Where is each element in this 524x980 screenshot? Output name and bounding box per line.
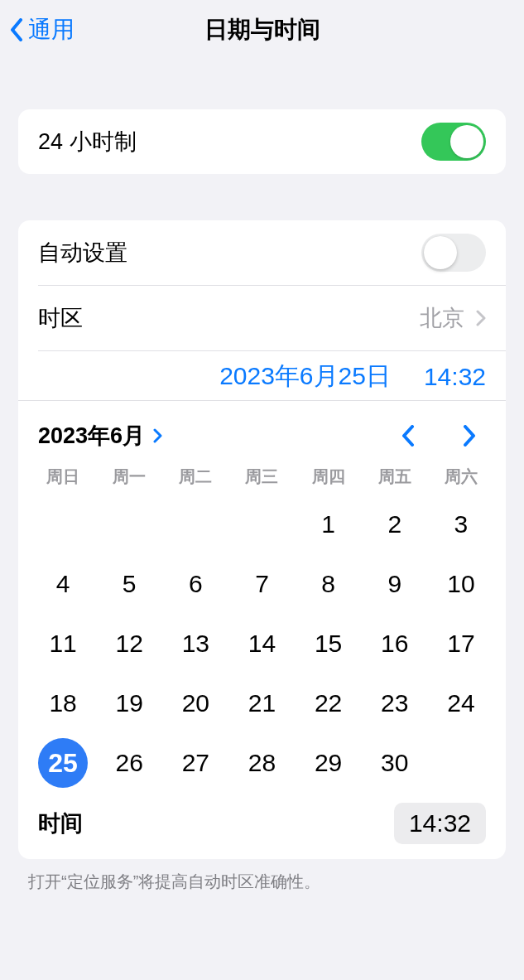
calendar-day[interactable]: 5: [96, 554, 162, 614]
calendar-day[interactable]: 9: [362, 554, 428, 614]
date-picker-button[interactable]: 2023年6月25日: [219, 360, 391, 393]
back-button[interactable]: 通用: [10, 14, 75, 46]
row-auto-set: 自动设置: [18, 220, 506, 285]
calendar-day[interactable]: 14: [228, 614, 295, 673]
chevron-left-icon: [10, 18, 23, 41]
calendar-day[interactable]: 27: [162, 733, 228, 793]
prev-month-button[interactable]: [398, 423, 418, 448]
weekday-header: 周三: [228, 466, 295, 488]
next-month-button[interactable]: [459, 423, 479, 448]
row-timezone-value: 北京: [420, 303, 464, 333]
calendar-day[interactable]: 1: [296, 495, 362, 554]
calendar-day[interactable]: 30: [362, 733, 428, 793]
time-value-button[interactable]: 14:32: [394, 803, 486, 844]
calendar-day[interactable]: 25: [30, 733, 96, 793]
calendar-day[interactable]: 16: [362, 614, 428, 673]
calendar-day[interactable]: 11: [30, 614, 96, 673]
calendar-day[interactable]: 7: [228, 554, 295, 614]
toggle-knob: [424, 236, 457, 269]
weekday-header: 周五: [362, 466, 428, 488]
chevron-right-icon: [463, 425, 476, 447]
calendar-day[interactable]: 3: [428, 495, 494, 554]
calendar-day[interactable]: 17: [428, 614, 494, 673]
row-timezone[interactable]: 时区 北京: [18, 286, 506, 350]
month-select-button[interactable]: 2023年6月: [38, 421, 163, 451]
row-auto-set-label: 自动设置: [38, 238, 421, 268]
weekday-header: 周四: [296, 466, 362, 488]
calendar-day-empty: [162, 495, 228, 554]
calendar-day[interactable]: 12: [96, 614, 162, 673]
calendar-day-empty: [96, 495, 162, 554]
time-label: 时间: [38, 809, 394, 838]
calendar-day[interactable]: 26: [96, 733, 162, 793]
calendar-day[interactable]: 10: [428, 554, 494, 614]
toggle-auto-set[interactable]: [421, 234, 486, 272]
page-title: 日期与时间: [0, 14, 524, 46]
calendar-day[interactable]: 28: [228, 733, 295, 793]
calendar-day[interactable]: 23: [362, 673, 428, 733]
chevron-right-icon: [476, 310, 486, 326]
calendar-day[interactable]: 19: [96, 673, 162, 733]
calendar-day[interactable]: 22: [296, 673, 362, 733]
calendar-day-empty: [228, 495, 295, 554]
weekday-header: 周一: [96, 466, 162, 488]
calendar-day[interactable]: 15: [296, 614, 362, 673]
month-label: 2023年6月: [38, 421, 145, 451]
chevron-right-icon: [153, 428, 163, 443]
back-label: 通用: [28, 14, 75, 46]
calendar-day-empty: [30, 495, 96, 554]
weekday-header-row: 周日周一周二周三周四周五周六: [18, 451, 506, 495]
calendar-day[interactable]: 4: [30, 554, 96, 614]
calendar-day[interactable]: 24: [428, 673, 494, 733]
calendar-day[interactable]: 6: [162, 554, 228, 614]
toggle-knob: [450, 125, 483, 158]
toggle-24-hour[interactable]: [421, 123, 486, 161]
weekday-header: 周日: [30, 466, 96, 488]
row-timezone-label: 时区: [38, 303, 420, 333]
footer-note: 打开“定位服务”将提高自动时区准确性。: [0, 859, 524, 893]
row-24-hour: 24 小时制: [18, 109, 506, 174]
calendar-day[interactable]: 18: [30, 673, 96, 733]
calendar-day[interactable]: 20: [162, 673, 228, 733]
calendar-day[interactable]: 29: [296, 733, 362, 793]
weekday-header: 周六: [428, 466, 494, 488]
chevron-left-icon: [401, 425, 415, 447]
time-picker-button[interactable]: 14:32: [424, 363, 486, 391]
calendar-day[interactable]: 8: [296, 554, 362, 614]
calendar-grid: 1234567891011121314151617181920212223242…: [18, 495, 506, 793]
calendar-day[interactable]: 2: [362, 495, 428, 554]
calendar-day[interactable]: 21: [228, 673, 295, 733]
row-24-hour-label: 24 小时制: [38, 127, 421, 157]
calendar-day[interactable]: 13: [162, 614, 228, 673]
weekday-header: 周二: [162, 466, 228, 488]
